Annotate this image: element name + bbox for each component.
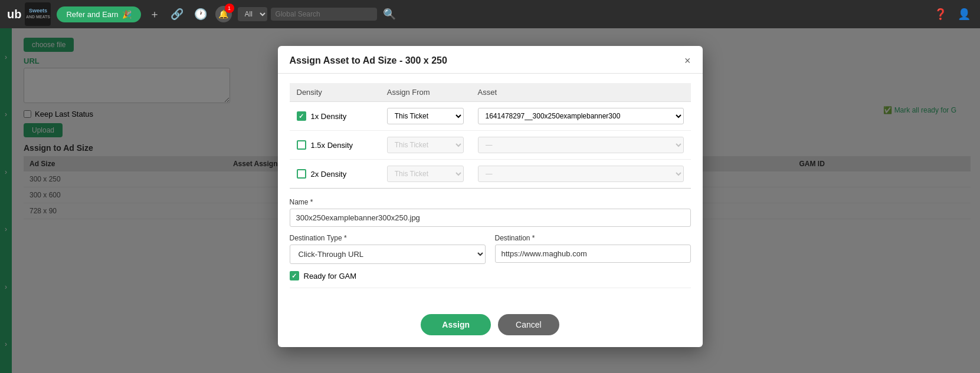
modal-header: Assign Asset to Ad Size - 300 x 250 × [278,46,703,74]
link-icon[interactable]: 🔗 [168,8,186,21]
density-2x-cell: 2x Density [290,160,380,189]
checkmark-icon: ✓ [299,113,304,120]
brand-logo: SweetsAND MEATS [25,2,51,26]
destination-type-col: Destination Type * Click-Through URL [290,234,486,264]
modal-footer: Assign Cancel [278,307,703,347]
density-1x-checkbox-group: ✓ 1x Density [297,111,373,121]
density-1-5x-cell: 1.5x Density [290,131,380,160]
main-content: › › › › › › choose file URL Keep Last St… [0,28,980,373]
plus-icon[interactable]: ＋ [147,7,162,21]
refer-earn-button[interactable]: Refer and Earn 🎉 [57,6,140,22]
asset-1x-cell: 1641478297__300x250examplebanner300 [471,102,691,131]
assign-from-2x-select[interactable]: This Ticket [387,166,464,182]
modal-backdrop: Assign Asset to Ad Size - 300 x 250 × De… [0,28,980,373]
density-1x-label: 1x Density [311,112,347,121]
refer-earn-label: Refer and Earn [66,10,118,19]
destination-input[interactable] [495,245,691,263]
asset-1-5x-select[interactable]: — [478,137,684,153]
assign-from-1-5x-cell: This Ticket [380,131,471,160]
assign-from-1x-select[interactable]: This Ticket [387,108,464,124]
density-table-header: Density Assign From Asset [290,83,691,102]
cancel-button[interactable]: Cancel [498,314,559,335]
party-icon: 🎉 [122,10,132,19]
density-row-2x: 2x Density This Ticket — [290,160,691,189]
density-2x-checkbox[interactable] [297,169,306,179]
navbar: ub SweetsAND MEATS Refer and Earn 🎉 ＋ 🔗 … [0,0,980,28]
brand-logo-text: SweetsAND MEATS [26,8,50,20]
density-1x-cell: ✓ 1x Density [290,102,380,131]
brand-text-left: ub [7,8,21,21]
destination-col: Destination * [495,234,691,264]
global-search-input[interactable] [271,8,377,21]
notification-badge: 1 [225,4,234,13]
modal-body: Density Assign From Asset ✓ [278,74,703,307]
asset-2x-cell: — [471,160,691,189]
assign-from-1x-cell: This Ticket [380,102,471,131]
asset-2x-select[interactable]: — [478,166,684,182]
asset-1-5x-cell: — [471,131,691,160]
assign-from-2x-cell: This Ticket [380,160,471,189]
clock-icon[interactable]: 🕐 [192,8,209,21]
name-label: Name * [290,198,691,206]
assign-from-1-5x-select[interactable]: This Ticket [387,137,464,153]
ready-gam-checkmark: ✓ [291,272,297,280]
brand-logo-area: ub SweetsAND MEATS [7,2,51,26]
name-input[interactable] [290,209,691,227]
destination-type-select[interactable]: Click-Through URL [290,245,486,264]
user-icon[interactable]: 👤 [955,8,973,21]
help-icon[interactable]: ❓ [932,8,949,21]
destination-type-label: Destination Type * [290,234,486,242]
search-filter-select[interactable]: All [238,7,267,21]
search-icon[interactable]: 🔍 [381,8,398,21]
density-2x-label: 2x Density [311,170,347,179]
notification-bell[interactable]: 🔔 1 [215,6,232,22]
density-table: Density Assign From Asset ✓ [290,83,691,189]
modal-close-button[interactable]: × [684,55,691,66]
density-1-5x-checkbox[interactable] [297,140,306,150]
destination-row: Destination Type * Click-Through URL Des… [290,234,691,264]
col-density: Density [290,83,380,102]
global-search-area: All 🔍 [238,7,926,21]
assign-asset-modal: Assign Asset to Ad Size - 300 x 250 × De… [278,46,703,347]
density-1-5x-label: 1.5x Density [311,141,353,150]
density-1-5x-checkbox-group: 1.5x Density [297,140,373,150]
density-row-1-5x: 1.5x Density This Ticket — [290,131,691,160]
density-2x-checkbox-group: 2x Density [297,169,373,179]
ready-for-gam-row: ✓ Ready for GAM [290,271,691,288]
destination-label: Destination * [495,234,691,242]
modal-title: Assign Asset to Ad Size - 300 x 250 [290,55,447,66]
ready-for-gam-label: Ready for GAM [304,272,357,280]
name-field-row: Name * [290,198,691,227]
col-assign-from: Assign From [380,83,471,102]
asset-1x-select[interactable]: 1641478297__300x250examplebanner300 [478,108,684,124]
col-asset: Asset [471,83,691,102]
density-row-1x: ✓ 1x Density This Ticket [290,102,691,131]
ready-for-gam-checkbox[interactable]: ✓ [290,271,299,280]
assign-button[interactable]: Assign [421,314,491,335]
density-1x-checkbox[interactable]: ✓ [297,111,306,121]
